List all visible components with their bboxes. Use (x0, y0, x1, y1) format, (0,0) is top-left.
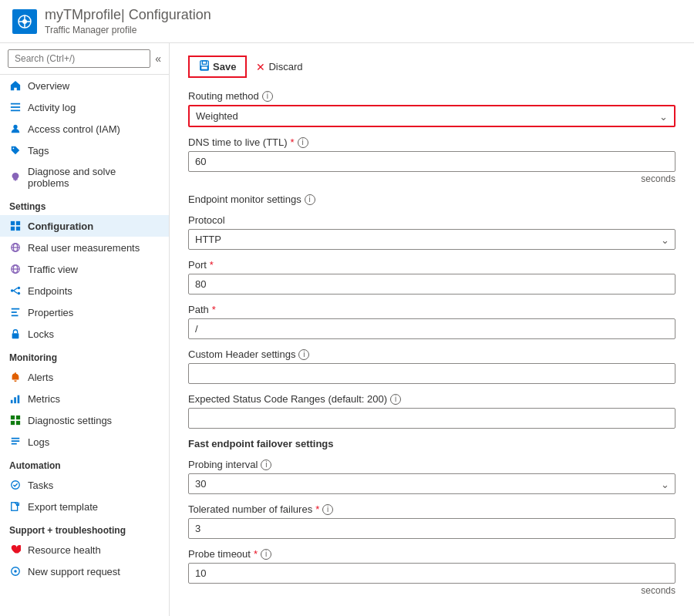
tolerated-failures-group: Tolerated number of failures * i (188, 503, 675, 539)
custom-header-label: Custom Header settings i (188, 348, 675, 360)
collapse-button[interactable]: « (155, 52, 161, 65)
svg-rect-31 (16, 421, 20, 425)
routing-method-select[interactable]: Performance Weighted Priority Geographic… (190, 106, 674, 126)
main-layout: « Overview Activity log Access control (… (0, 43, 694, 616)
custom-header-info-icon[interactable]: i (298, 349, 309, 360)
page-header: myTMprofile| Configuration Traffic Manag… (0, 0, 694, 43)
sidebar-label-locks: Locks (28, 328, 54, 340)
endpoints-icon (9, 284, 22, 297)
sidebar-item-configuration[interactable]: Configuration (0, 215, 169, 237)
sidebar-item-overview[interactable]: Overview (0, 75, 169, 96)
svg-line-20 (13, 291, 17, 294)
sidebar-label-resource-health: Resource health (28, 544, 101, 556)
svg-rect-2 (11, 103, 20, 105)
lightbulb-icon (9, 171, 22, 183)
protocol-label: Protocol (188, 214, 675, 226)
sidebar-item-properties[interactable]: Properties (0, 301, 169, 323)
probing-interval-info-icon[interactable]: i (261, 459, 271, 470)
svg-rect-23 (12, 315, 19, 317)
routing-method-info-icon[interactable]: i (262, 91, 273, 102)
sidebar-item-endpoints[interactable]: Endpoints (0, 280, 169, 301)
sidebar-item-tags[interactable]: Tags (0, 140, 169, 161)
logs-icon (9, 436, 22, 448)
routing-method-select-wrapper: Performance Weighted Priority Geographic… (190, 106, 674, 126)
sidebar-item-activity-log[interactable]: Activity log (0, 96, 169, 118)
expected-status-group: Expected Status Code Ranges (default: 20… (188, 393, 675, 429)
discard-icon: ✕ (256, 61, 265, 73)
discard-button[interactable]: ✕ Discard (250, 58, 308, 76)
sidebar-item-traffic-view[interactable]: Traffic view (0, 258, 169, 280)
search-input[interactable] (8, 49, 150, 68)
heart-icon (9, 544, 22, 556)
probe-timeout-info-icon[interactable]: i (261, 549, 271, 560)
monitoring-section-label: Monitoring (0, 345, 169, 366)
svg-rect-33 (12, 440, 20, 442)
svg-rect-3 (11, 106, 20, 108)
lock-icon (9, 328, 22, 340)
sidebar-item-diagnostic-settings[interactable]: Diagnostic settings (0, 409, 169, 431)
sidebar-label-diagnose: Diagnose and solve problems (28, 166, 160, 189)
path-input[interactable] (188, 318, 675, 339)
app-icon (12, 9, 37, 34)
port-input[interactable] (188, 274, 675, 295)
chart-icon (9, 392, 22, 405)
config-icon (9, 220, 22, 232)
routing-method-group: Routing method i Performance Weighted Pr… (188, 90, 675, 127)
sidebar-item-resource-health[interactable]: Resource health (0, 539, 169, 560)
endpoint-monitor-info-icon[interactable]: i (305, 194, 315, 205)
probe-timeout-suffix: seconds (188, 585, 675, 596)
sidebar-item-metrics[interactable]: Metrics (0, 388, 169, 409)
sidebar-item-logs[interactable]: Logs (0, 431, 169, 453)
sidebar-item-access-control[interactable]: Access control (IAM) (0, 118, 169, 140)
port-required: * (210, 259, 214, 271)
search-box[interactable]: « (0, 43, 169, 75)
svg-rect-22 (12, 311, 17, 313)
probe-timeout-label: Probe timeout * i (188, 548, 675, 560)
dns-ttl-required: * (291, 136, 295, 148)
sidebar-item-locks[interactable]: Locks (0, 323, 169, 345)
bell-icon (9, 371, 22, 383)
dns-ttl-info-icon[interactable]: i (298, 137, 308, 148)
support-section-label: Support + troubleshooting (0, 517, 169, 539)
custom-header-input[interactable] (188, 363, 675, 384)
expected-status-input[interactable] (188, 408, 675, 429)
sidebar-item-diagnose[interactable]: Diagnose and solve problems (0, 161, 169, 194)
sidebar-label-tasks: Tasks (28, 480, 53, 491)
probing-interval-group: Probing interval i 10 30 ⌄ (188, 459, 675, 494)
dns-ttl-label: DNS time to live (TTL) * i (188, 136, 675, 148)
svg-rect-24 (12, 333, 19, 338)
port-group: Port * (188, 259, 675, 295)
sidebar-item-export-template[interactable]: Export template (0, 496, 169, 517)
dns-ttl-suffix: seconds (188, 173, 675, 184)
sidebar-item-tasks[interactable]: Tasks (0, 474, 169, 496)
dns-ttl-input[interactable] (188, 151, 675, 172)
probing-interval-select[interactable]: 10 30 (188, 473, 675, 494)
probe-timeout-input[interactable] (188, 563, 675, 584)
custom-header-group: Custom Header settings i (188, 348, 675, 384)
main-content: Save ✕ Discard Routing method i Performa… (170, 43, 694, 616)
probe-timeout-required: * (254, 548, 258, 560)
expected-status-info-icon[interactable]: i (390, 394, 401, 405)
dns-ttl-group: DNS time to live (TTL) * i seconds (188, 136, 675, 184)
protocol-select-wrapper: HTTP HTTPS TCP ⌄ (188, 229, 675, 250)
automation-section-label: Automation (0, 453, 169, 474)
sidebar-item-real-user-measurements[interactable]: Real user measurements (0, 237, 169, 258)
sidebar-label-logs: Logs (28, 436, 49, 448)
globe-icon (9, 241, 22, 254)
svg-rect-25 (11, 400, 13, 403)
probe-timeout-group: Probe timeout * i seconds (188, 548, 675, 596)
svg-point-16 (11, 289, 14, 292)
sidebar-item-alerts[interactable]: Alerts (0, 366, 169, 388)
tolerated-failures-input[interactable] (188, 518, 675, 539)
export-icon (9, 500, 22, 513)
home-icon (9, 79, 22, 92)
resource-type: Traffic Manager profile (45, 25, 211, 35)
svg-rect-40 (202, 61, 206, 64)
sidebar-item-new-support-request[interactable]: New support request (0, 560, 169, 582)
port-label: Port * (188, 259, 675, 271)
tolerated-failures-info-icon[interactable]: i (322, 504, 333, 515)
svg-point-38 (14, 570, 17, 573)
sidebar-label-access-control: Access control (IAM) (28, 123, 120, 135)
save-button[interactable]: Save (188, 56, 247, 78)
protocol-select[interactable]: HTTP HTTPS TCP (188, 229, 675, 250)
